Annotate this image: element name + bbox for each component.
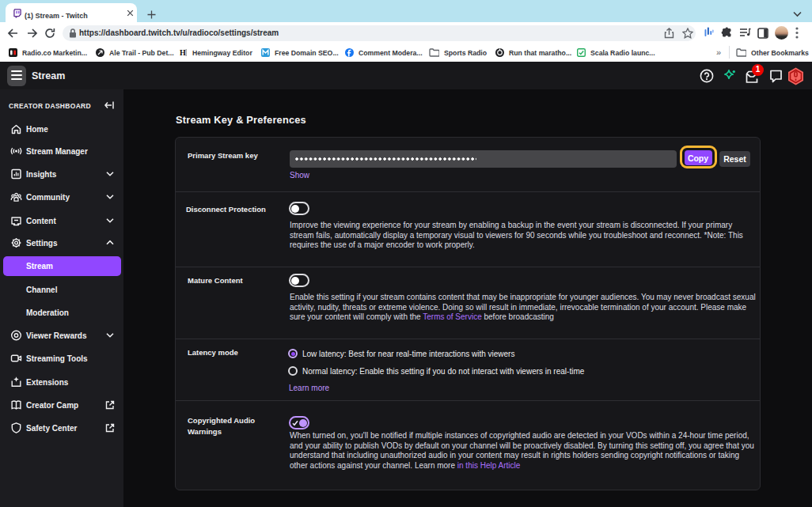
- svg-text:H: H: [180, 48, 186, 57]
